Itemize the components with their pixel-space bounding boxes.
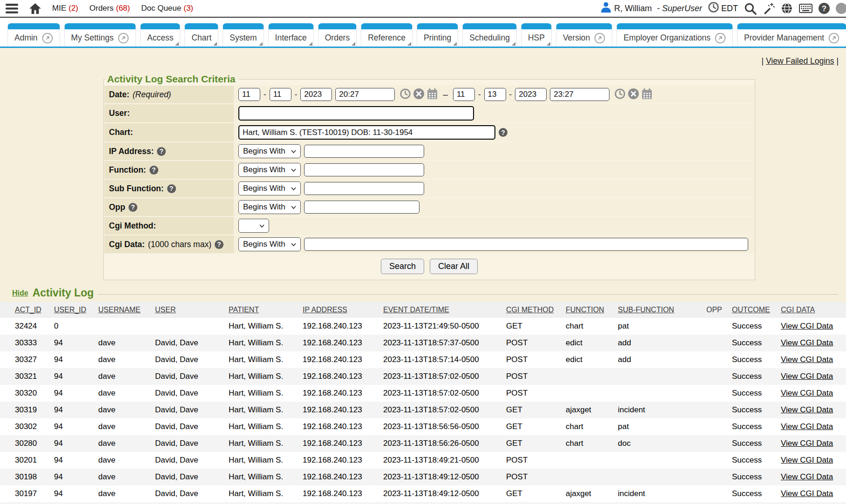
col-user[interactable]: USER [152, 302, 226, 318]
tab-system[interactable]: System [223, 23, 264, 47]
time-to-input[interactable] [550, 88, 609, 101]
hamburger-menu-icon[interactable] [6, 4, 18, 13]
function-input[interactable] [304, 163, 424, 176]
cgi-data-input[interactable] [304, 238, 748, 251]
date-to-month-input[interactable] [453, 88, 475, 101]
function-match-select[interactable]: Begins With [238, 163, 301, 177]
col-act-id[interactable]: ACT_ID [0, 302, 51, 318]
col-cgi-data[interactable]: CGI DATA [778, 302, 846, 318]
home-icon[interactable] [29, 3, 41, 14]
cgi-data-help-icon[interactable] [215, 240, 223, 249]
view-cgi-data-link[interactable]: View CGI Data [781, 422, 833, 431]
cgi-data-match-select[interactable]: Begins With [238, 237, 301, 251]
timezone-control[interactable]: EDT [708, 2, 738, 15]
tab-my-settings[interactable]: My Settings [64, 23, 136, 47]
col-event-datetime[interactable]: EVENT DATE/TIME [380, 302, 503, 318]
user-input[interactable] [238, 106, 474, 121]
view-cgi-data-link[interactable]: View CGI Data [781, 338, 833, 347]
chart-help-icon[interactable] [499, 128, 508, 137]
view-cgi-data-link[interactable]: View CGI Data [781, 389, 833, 397]
globe-icon[interactable] [781, 2, 793, 14]
date-to-year-input[interactable] [515, 88, 547, 101]
menu-corner-icon [259, 42, 263, 46]
clear-date-icon[interactable] [413, 88, 424, 101]
magic-wand-icon[interactable] [763, 2, 775, 14]
tab-version[interactable]: Version [556, 23, 612, 47]
range-separator: – [441, 89, 450, 100]
tab-admin[interactable]: Admin [7, 23, 60, 47]
tab-employer-organizations[interactable]: Employer Organizations [616, 23, 733, 47]
view-cgi-data-link[interactable]: View CGI Data [781, 439, 833, 448]
date-to-day-input[interactable] [484, 88, 506, 101]
sub-function-match-select[interactable]: Begins With [238, 181, 301, 195]
pipe-separator: | [836, 56, 839, 66]
opp-match-select[interactable]: Begins With [238, 200, 301, 214]
col-user-id[interactable]: USER_ID [51, 302, 95, 318]
function-help-icon[interactable] [149, 166, 158, 175]
tab-chart[interactable]: Chart [184, 23, 218, 47]
date-from-year-input[interactable] [300, 88, 332, 101]
nav-mie[interactable]: MIE (2) [52, 4, 78, 13]
tab-label: Printing [424, 33, 451, 43]
calendar-icon[interactable] [427, 88, 438, 101]
cgi-data-label: Cgi Data: [109, 240, 145, 249]
view-cgi-data-link[interactable]: View CGI Data [781, 405, 833, 414]
hide-log-link[interactable]: Hide [12, 289, 28, 297]
tab-scheduling[interactable]: Scheduling [462, 23, 517, 47]
col-outcome[interactable]: OUTCOME [729, 302, 778, 318]
keyboard-icon[interactable] [799, 4, 812, 13]
tab-hsp[interactable]: HSP [521, 23, 552, 47]
nav-orders[interactable]: Orders (68) [89, 4, 130, 13]
clock-picker-icon[interactable] [400, 88, 411, 101]
col-patient[interactable]: PATIENT [226, 302, 300, 318]
tab-interface[interactable]: Interface [268, 23, 314, 47]
col-cgi-method[interactable]: CGI METHOD [503, 302, 563, 318]
opp-input[interactable] [304, 201, 420, 214]
sub-function-help-icon[interactable] [167, 184, 176, 193]
tab-printing[interactable]: Printing [417, 23, 458, 47]
opp-help-icon[interactable] [129, 203, 137, 212]
view-cgi-data-link[interactable]: View CGI Data [781, 489, 833, 498]
tab-label: Chart [191, 33, 211, 43]
view-cgi-data-link[interactable]: View CGI Data [781, 472, 833, 481]
view-cgi-data-link[interactable]: View CGI Data [781, 456, 833, 464]
time-from-input[interactable] [335, 88, 395, 101]
clear-date-icon[interactable] [628, 88, 639, 101]
date-from-day-input[interactable] [270, 88, 291, 101]
cell-outcome: Success [729, 502, 778, 504]
view-failed-logins-link[interactable]: View Failed Logins [766, 56, 834, 66]
tab-orders[interactable]: Orders [318, 23, 357, 47]
col-sub-function[interactable]: SUB-FUNCTION [615, 302, 704, 318]
user-menu[interactable]: R, William - SuperUser [601, 2, 702, 15]
col-ip-address[interactable]: IP ADDRESS [300, 302, 380, 318]
cgi-method-select[interactable] [238, 219, 269, 233]
view-cgi-data-link[interactable]: View CGI Data [781, 322, 833, 330]
cell-event-datetime: 2023-11-13T18:56:56-0500 [380, 418, 503, 435]
truncated-icon[interactable] [836, 3, 846, 14]
col-username[interactable]: USERNAME [95, 302, 152, 318]
cell-username: dave [95, 368, 152, 385]
tab-reference[interactable]: Reference [361, 23, 413, 47]
search-button[interactable]: Search [381, 259, 424, 274]
nav-doc-queue[interactable]: Doc Queue (3) [141, 4, 193, 13]
ip-address-input[interactable] [304, 145, 424, 158]
cell-cgi-data: View CGI Data [778, 502, 846, 504]
view-cgi-data-link[interactable]: View CGI Data [781, 355, 833, 364]
pipe-separator: | [762, 56, 764, 66]
clock-picker-icon[interactable] [615, 88, 625, 101]
view-cgi-data-link[interactable]: View CGI Data [781, 372, 833, 381]
help-icon[interactable]: ? [819, 3, 830, 14]
table-row: 3019694daveDavid, DaveHart, William S.19… [0, 502, 846, 504]
sub-function-input[interactable] [304, 182, 424, 195]
ip-address-help-icon[interactable] [157, 147, 166, 156]
date-from-month-input[interactable] [238, 88, 260, 101]
chart-input[interactable] [238, 125, 495, 140]
tab-provider-management[interactable]: Provider Management [737, 23, 846, 47]
calendar-icon[interactable] [642, 88, 652, 101]
ip-address-match-select[interactable]: Begins With [238, 144, 301, 158]
tab-access[interactable]: Access [140, 23, 180, 47]
col-function[interactable]: FUNCTION [563, 302, 615, 318]
cell-function: chart [563, 418, 615, 435]
search-icon[interactable] [744, 2, 757, 15]
clear-all-button[interactable]: Clear All [430, 259, 478, 274]
